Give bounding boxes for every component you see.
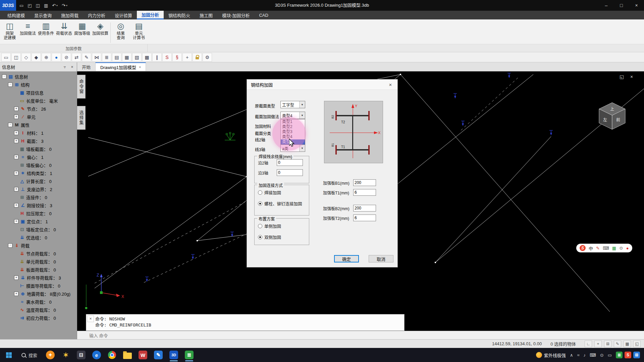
weld-input-1[interactable] — [277, 169, 303, 176]
close-icon[interactable]: × — [383, 79, 397, 89]
tree-node-6[interactable]: -M属性 — [0, 121, 77, 129]
tree-node-27[interactable]: +⊕地震荷载： 8度(0.20g) — [0, 290, 77, 298]
tree-node-20[interactable]: ⇊优选组： 0 — [0, 233, 77, 241]
close-panel-icon[interactable]: × — [69, 65, 75, 69]
polygon-select-icon[interactable]: ◇ — [21, 53, 31, 62]
osnap-icon[interactable]: ⊞ — [604, 341, 611, 347]
tree-expander-icon[interactable]: + — [14, 203, 18, 207]
tree-expander-icon[interactable]: + — [14, 155, 18, 159]
tree-expander-icon[interactable]: + — [14, 107, 18, 111]
menu-tab-4[interactable]: 设计验算 — [110, 11, 137, 19]
tree-node-7[interactable]: +I材料： 1 — [0, 129, 77, 137]
ribbon-button-1[interactable]: ≡加固做法 — [19, 20, 37, 45]
layout-option-1[interactable]: 双侧加固 — [258, 233, 309, 241]
tree-expander-icon[interactable]: - — [8, 243, 12, 248]
undo-icon[interactable]: ↶▾ — [52, 3, 58, 8]
tree-expander-icon[interactable]: + — [14, 171, 18, 175]
selection-filter-icon[interactable]: ▭ — [1, 53, 11, 62]
display-tray-icon[interactable]: ▭ — [608, 353, 612, 358]
blue-grid-tray-icon[interactable]: ⊞ — [633, 352, 640, 358]
crosshair-icon[interactable]: + — [594, 341, 602, 347]
ribbon-button-2[interactable]: ▥使用条件 — [37, 20, 55, 45]
cancel-button[interactable]: 取消 — [369, 255, 393, 262]
ribbon-button-0[interactable]: ◫网架 逆建模 — [1, 20, 19, 45]
fill-display-icon[interactable]: ▩ — [142, 53, 152, 62]
redo-icon[interactable]: ↷▾ — [62, 3, 67, 8]
tree-node-18[interactable]: +▣定位点： 1 — [0, 217, 77, 225]
tree-expander-icon[interactable]: + — [14, 131, 18, 135]
screen-toggle-icon[interactable]: ◱ — [633, 341, 641, 347]
tree-node-23[interactable]: ⇊单元荷载库： 0 — [0, 257, 77, 265]
menu-tab-5[interactable]: 加固分析 — [137, 11, 164, 19]
tray-expand-icon[interactable]: ∧ — [570, 353, 573, 358]
mic-tray-icon[interactable]: ⊙ — [600, 353, 604, 358]
tree-expander-icon[interactable]: + — [14, 276, 18, 280]
close-tab-icon[interactable]: × — [139, 65, 141, 69]
tree-expander-icon[interactable]: - — [8, 82, 12, 87]
erase-icon[interactable]: ⊘ — [62, 53, 71, 62]
s-curve-icon[interactable]: S — [162, 53, 172, 62]
plate-input-2[interactable] — [353, 205, 376, 212]
sogou-s-tray-icon[interactable]: S — [625, 352, 631, 358]
new-file-icon[interactable]: ▭ — [19, 3, 23, 8]
edge-browser-icon[interactable]: e — [89, 348, 104, 362]
tree-expander-icon[interactable]: + — [14, 187, 18, 191]
tree-node-5[interactable]: +∕单元 — [0, 113, 77, 121]
intersect-icon[interactable]: ⋈ — [92, 53, 101, 62]
ortho-icon[interactable]: ∟ — [585, 341, 592, 347]
grid-display-icon[interactable]: ▦ — [122, 53, 131, 62]
menu-tab-2[interactable]: 施加荷载 — [56, 11, 83, 19]
tree-node-29[interactable]: ∿温度荷载库： 0 — [0, 306, 77, 314]
render-mode-icon[interactable]: ● — [52, 53, 61, 62]
doc-tab-0[interactable]: 开始 — [77, 62, 95, 71]
weld-input-0[interactable] — [277, 159, 303, 166]
dialog-titlebar[interactable]: 钢结构加固 × — [247, 79, 397, 90]
start-button[interactable] — [1, 348, 16, 362]
menu-tab-8[interactable]: 模块-加固分析 — [217, 11, 254, 19]
menu-tab-1[interactable]: 显示查询 — [30, 11, 56, 19]
menu-tab-9[interactable]: CAD — [254, 11, 273, 19]
tree-node-2[interactable]: ▦项目信息 — [0, 88, 77, 97]
tree-node-25[interactable]: +⇊杆件导荷载库： 3 — [0, 274, 77, 282]
connect-option-0[interactable]: 焊接加固 — [258, 189, 309, 196]
weather-widget[interactable]: 紫外线极强 — [536, 352, 566, 358]
ime-gear-icon[interactable]: ⚙ — [619, 246, 623, 251]
tree-expander-icon[interactable]: + — [14, 139, 18, 143]
tree-node-17[interactable]: H拉压限定： 0 — [0, 209, 77, 217]
sparkle-app-icon[interactable]: ✶ — [58, 348, 73, 362]
close-command-icon[interactable]: × — [87, 315, 94, 322]
minimize-button[interactable]: – — [599, 0, 614, 11]
green-app-tray-icon[interactable]: ≣ — [616, 352, 623, 358]
grid-toggle-icon[interactable]: ▦ — [624, 341, 631, 347]
tree-node-19[interactable]: ⊡墙板定位点： 0 — [0, 225, 77, 233]
tree-node-4[interactable]: +✎节点： 26 — [0, 105, 77, 113]
tree-node-26[interactable]: ⊢膜面导荷载库： 0 — [0, 282, 77, 290]
chrome-browser-icon[interactable] — [104, 348, 120, 362]
lock-icon[interactable] — [193, 53, 202, 62]
axis-display-icon[interactable]: ∥ — [152, 53, 162, 62]
ime-mode-text[interactable]: 中 — [589, 245, 593, 251]
plate-input-0[interactable] — [353, 179, 376, 186]
tree-node-28[interactable]: ≈裹水荷载： 0 — [0, 298, 77, 306]
tree-expander-icon[interactable]: - — [2, 74, 6, 79]
open-file-icon[interactable]: ◰ — [28, 3, 32, 8]
taskview-app-icon[interactable]: ⊟ — [73, 348, 89, 362]
snap-icon[interactable]: + — [182, 53, 192, 62]
wps-writer-icon[interactable]: W — [135, 348, 151, 362]
menu-tab-0[interactable]: 结构建模 — [3, 11, 30, 19]
volume-tray-icon[interactable]: ♪ — [584, 353, 586, 358]
layers-icon[interactable]: ▤ — [112, 53, 121, 62]
doc-tab-1[interactable]: Drawing1加固模型× — [95, 62, 146, 71]
tree-node-16[interactable]: +∠刚接铰接： 3 — [0, 201, 77, 209]
ime-grid-icon[interactable]: ▦ — [612, 246, 616, 251]
app-3d3s-icon[interactable]: 3D — [166, 348, 181, 362]
ok-button[interactable]: 确定 — [334, 255, 359, 262]
tree-node-11[interactable]: ⊞墙板偏心： 0 — [0, 161, 77, 169]
section-display-icon[interactable]: ▧ — [132, 53, 142, 62]
tree-expander-icon[interactable]: + — [14, 292, 18, 296]
tree-node-10[interactable]: +≡偏心： 1 — [0, 153, 77, 161]
layout-option-0[interactable]: 单侧加固 — [258, 222, 309, 230]
sogou-logo-icon[interactable]: S — [580, 245, 586, 251]
save-icon[interactable]: ◫ — [36, 3, 40, 8]
tree-node-8[interactable]: +H截面： 3 — [0, 137, 77, 145]
